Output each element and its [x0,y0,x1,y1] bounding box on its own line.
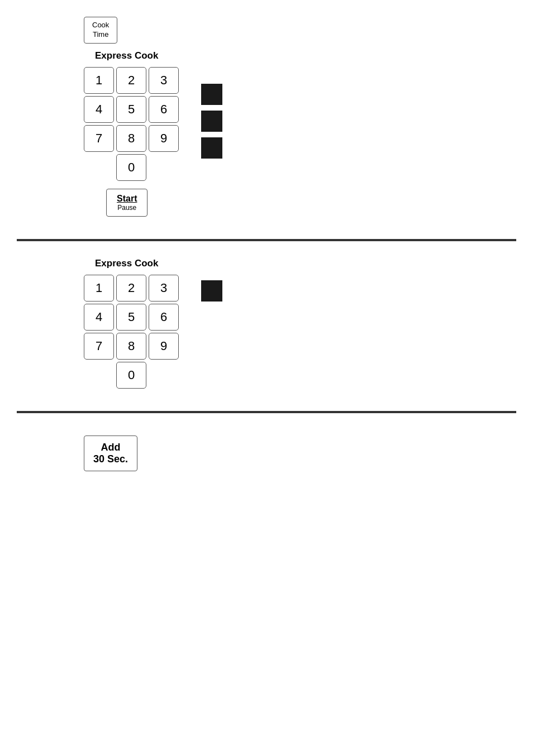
start-label: Start [117,194,137,204]
black-square-2a [201,280,222,302]
key-4-s2[interactable]: 4 [84,304,114,331]
add-30-line1: Add [93,442,128,453]
keypad-area-2: 1 2 3 4 5 6 7 8 9 0 [84,275,533,389]
key-9-s2[interactable]: 9 [149,333,179,360]
express-cook-label-2: Express Cook [95,258,533,269]
keypad-grid-2: 1 2 3 4 5 6 7 8 9 [84,275,179,360]
key-2-s2[interactable]: 2 [116,275,146,302]
keypad-container-2: 1 2 3 4 5 6 7 8 9 0 [84,275,179,389]
key-8-s1[interactable]: 8 [116,125,146,152]
key-3-s1[interactable]: 3 [149,67,179,94]
key-zero-row-1: 0 [84,154,179,181]
key-5-s1[interactable]: 5 [116,96,146,123]
keypad-area-1: 1 2 3 4 5 6 7 8 9 0 Start Pause [84,67,533,217]
section-3: Add 30 Sec. [0,413,533,494]
key-3-s2[interactable]: 3 [149,275,179,302]
key-9-s1[interactable]: 9 [149,125,179,152]
key-7-s1[interactable]: 7 [84,125,114,152]
cook-time-line2: Time [93,30,108,39]
key-2-s1[interactable]: 2 [116,67,146,94]
key-8-s2[interactable]: 8 [116,333,146,360]
add-30-line2: 30 Sec. [93,453,128,465]
section-2: Express Cook 1 2 3 4 5 6 7 8 9 0 [0,241,533,411]
express-cook-label-1: Express Cook [95,50,533,61]
key-6-s1[interactable]: 6 [149,96,179,123]
key-7-s2[interactable]: 7 [84,333,114,360]
black-square-1c [201,137,222,159]
black-squares-1 [201,84,222,159]
keypad-container-1: 1 2 3 4 5 6 7 8 9 0 Start Pause [84,67,179,217]
key-0-s2[interactable]: 0 [116,362,146,389]
black-square-1b [201,111,222,132]
cook-time-button[interactable]: Cook Time [84,17,117,44]
key-zero-row-2: 0 [84,362,179,389]
key-1-s2[interactable]: 1 [84,275,114,302]
key-1-s1[interactable]: 1 [84,67,114,94]
black-squares-2 [201,280,222,302]
cook-time-line1: Cook [92,21,109,29]
key-4-s1[interactable]: 4 [84,96,114,123]
key-0-s1[interactable]: 0 [116,154,146,181]
section-1: Cook Time Express Cook 1 2 3 4 5 6 7 8 9… [0,0,533,239]
add-30-button[interactable]: Add 30 Sec. [84,436,137,471]
key-5-s2[interactable]: 5 [116,304,146,331]
keypad-grid-1: 1 2 3 4 5 6 7 8 9 [84,67,179,152]
black-square-1a [201,84,222,105]
start-pause-button[interactable]: Start Pause [106,189,147,217]
pause-label: Pause [117,204,137,212]
key-6-s2[interactable]: 6 [149,304,179,331]
